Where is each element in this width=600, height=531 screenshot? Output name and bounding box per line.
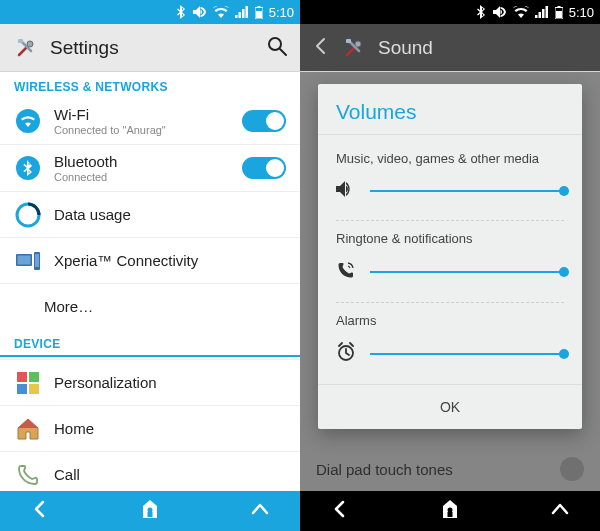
svg-rect-43 [448,512,453,517]
nav-recent-icon[interactable] [550,499,570,523]
settings-icon [340,34,368,62]
svg-rect-15 [18,255,31,264]
phone-settings: 5:10 Settings WIRELESS & NETWORKS Wi-Fi … [0,0,300,531]
home-label: Home [54,420,286,437]
svg-rect-1 [238,12,241,18]
modal-overlay[interactable]: Volumes Music, video, games & other medi… [300,72,600,491]
wifi-row-icon [14,107,42,135]
svg-rect-2 [242,9,245,18]
ok-button[interactable]: OK [318,384,582,429]
row-xperia[interactable]: Xperia™ Connectivity [0,237,300,283]
svg-line-10 [280,49,286,55]
search-button[interactable] [266,35,288,61]
svg-rect-3 [245,6,248,18]
svg-rect-18 [17,372,27,382]
svg-rect-34 [542,9,545,18]
nav-back-icon[interactable] [330,499,350,523]
status-bar: 5:10 [300,0,600,24]
wifi-sub: Connected to "Anurag" [54,124,230,136]
personalization-icon [14,369,42,397]
ringtone-label: Ringtone & notifications [336,231,564,246]
row-more[interactable]: More… [0,283,300,329]
battery-icon [255,6,263,19]
svg-point-9 [269,38,281,50]
media-label: Music, video, games & other media [336,151,564,166]
svg-point-42 [448,508,453,513]
settings-icon [12,34,40,62]
signal-icon [235,6,249,18]
actionbar-sound: Sound [300,24,600,72]
row-data-usage[interactable]: Data usage [0,191,300,237]
volumes-dialog: Volumes Music, video, games & other medi… [318,84,582,429]
page-title: Settings [50,37,256,59]
wifi-icon [513,6,529,18]
dialog-title: Volumes [318,84,582,134]
row-bluetooth[interactable]: Bluetooth Connected [0,144,300,191]
signal-icon [535,6,549,18]
alarm-slider[interactable] [370,353,564,355]
row-call[interactable]: Call [0,451,300,491]
data-usage-label: Data usage [54,206,286,223]
bluetooth-icon [177,5,187,19]
svg-rect-33 [538,12,541,18]
more-label: More… [44,298,286,315]
navbar [0,491,300,531]
page-title: Sound [378,37,588,59]
sound-page-dimmed: Dial pad touch tones Volumes Music, vide… [300,72,600,491]
bluetooth-label: Bluetooth [54,153,230,170]
nav-home-icon[interactable] [139,498,161,524]
status-bar: 5:10 [0,0,300,24]
row-home[interactable]: Home [0,405,300,451]
bluetooth-row-icon [14,154,42,182]
alarm-icon [336,342,356,366]
bluetooth-icon [477,5,487,19]
phone-ring-icon [336,260,356,284]
svg-rect-21 [29,384,39,394]
data-usage-icon [14,201,42,229]
bluetooth-sub: Connected [54,171,230,183]
volume-icon [493,6,507,18]
svg-rect-35 [545,6,548,18]
settings-list[interactable]: WIRELESS & NETWORKS Wi-Fi Connected to "… [0,72,300,491]
phone-sound: 5:10 Sound Dial pad touch tones [300,0,600,531]
status-clock: 5:10 [269,5,294,20]
row-wifi[interactable]: Wi-Fi Connected to "Anurag" [0,98,300,144]
ringtone-slider[interactable] [370,271,564,273]
device-divider [0,355,300,357]
home-icon [14,415,42,443]
xperia-icon [14,247,42,275]
nav-recent-icon[interactable] [250,499,270,523]
wifi-switch[interactable] [242,110,286,132]
wifi-label: Wi-Fi [54,106,230,123]
svg-rect-8 [18,39,23,43]
section-wireless: WIRELESS & NETWORKS [0,72,300,98]
row-personalization[interactable]: Personalization [0,359,300,405]
svg-point-39 [355,41,361,47]
svg-rect-17 [35,254,39,267]
media-slider[interactable] [370,190,564,192]
nav-back-icon[interactable] [30,499,50,523]
nav-home-icon[interactable] [439,498,461,524]
call-icon [14,461,42,489]
svg-rect-38 [556,11,562,18]
bluetooth-switch[interactable] [242,157,286,179]
svg-point-30 [148,508,153,513]
svg-rect-32 [535,15,538,18]
back-icon[interactable] [312,37,330,59]
svg-rect-20 [17,384,27,394]
status-clock: 5:10 [569,5,594,20]
alarm-volume-section: Alarms [336,303,564,384]
personalization-label: Personalization [54,374,286,391]
battery-icon [555,6,563,19]
wifi-icon [213,6,229,18]
svg-rect-31 [148,512,153,517]
xperia-label: Xperia™ Connectivity [54,252,286,269]
svg-rect-40 [346,39,351,43]
svg-rect-6 [256,11,262,18]
svg-rect-19 [29,372,39,382]
ringtone-volume-section: Ringtone & notifications [336,221,564,303]
section-device: DEVICE [0,329,300,355]
svg-rect-0 [235,15,238,18]
media-volume-section: Music, video, games & other media [336,141,564,221]
svg-point-11 [16,109,40,133]
